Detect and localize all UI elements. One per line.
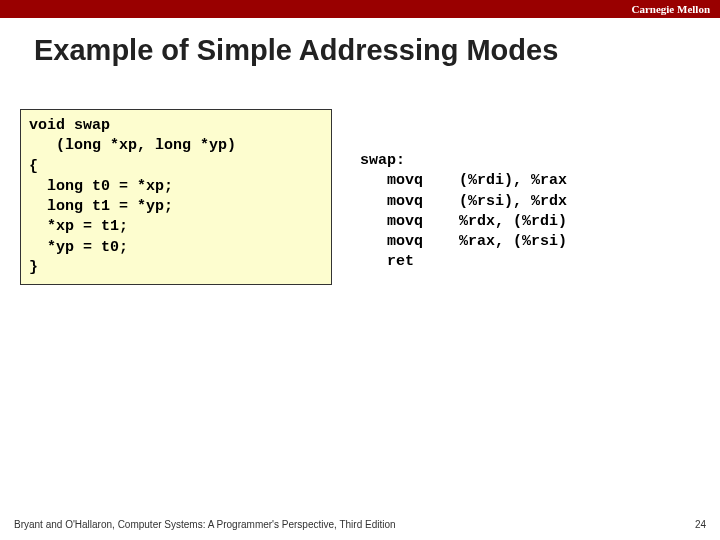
footer-citation: Bryant and O'Hallaron, Computer Systems:… <box>14 519 396 530</box>
page-number: 24 <box>695 519 706 530</box>
c-code-box: void swap (long *xp, long *yp) { long t0… <box>20 109 332 285</box>
top-bar: Carnegie Mellon <box>0 0 720 18</box>
footer: Bryant and O'Hallaron, Computer Systems:… <box>14 519 706 530</box>
brand-label: Carnegie Mellon <box>631 0 710 18</box>
assembly-code: swap: movq (%rdi), %rax movq (%rsi), %rd… <box>360 151 567 285</box>
content-row: void swap (long *xp, long *yp) { long t0… <box>0 109 720 285</box>
slide-title: Example of Simple Addressing Modes <box>34 34 720 67</box>
